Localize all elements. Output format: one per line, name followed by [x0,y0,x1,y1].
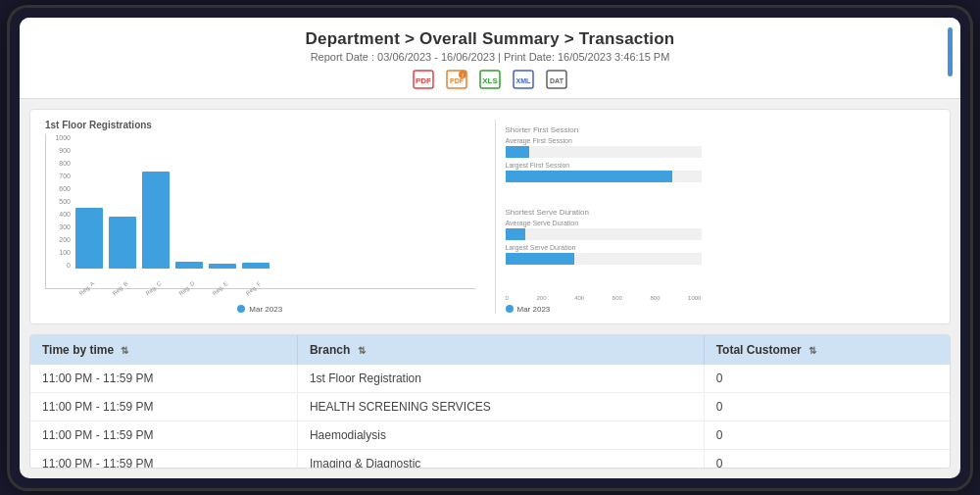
cell-total-1: 0 [704,365,950,393]
h-row-avg-serve: Average Serve Duration [506,220,936,240]
table-header-row: Time by time ⇅ Branch ⇅ Total Customer ⇅ [30,335,950,365]
sort-icon-branch[interactable]: ⇅ [358,345,366,356]
device-frame: Department > Overall Summary > Transacti… [10,8,970,488]
scrollbar[interactable] [948,27,953,76]
h-bar-track-3 [506,228,702,240]
h-legend-text: Mar 2023 [517,305,551,314]
h-legend-dot [506,305,514,313]
report-date: Report Date : 03/06/2023 - 16/06/2023 | … [20,51,960,63]
cell-total-4: 0 [704,449,950,469]
chart-area: 1st Floor Registrations 1000 900 800 700… [29,109,951,324]
dat-button[interactable]: DAT [544,69,569,90]
h-row-largest-first: Largest First Session [506,162,936,182]
bar-5 [209,264,236,268]
cell-time-3: 11:00 PM - 11:59 PM [30,421,297,449]
bar-chart: 1000 900 800 700 600 500 400 300 200 100… [45,134,475,289]
table-row: 11:00 PM - 11:59 PM Haemodialysis 0 [30,421,950,449]
h-section-label-2: Shortest Serve Duration [506,208,936,217]
pdf-button[interactable]: PDF [411,69,436,90]
header: Department > Overall Summary > Transacti… [20,18,960,99]
page-title: Department > Overall Summary > Transacti… [20,29,960,49]
table-row: 11:00 PM - 11:59 PM 1st Floor Registrati… [30,365,950,393]
h-bar-4 [506,253,574,265]
h-bar-track [506,146,702,158]
h-section-1: Shorter First Session Average First Sess… [506,125,936,186]
bar-1 [75,208,103,269]
h-section-label-1: Shorter First Session [506,125,936,134]
h-row-avg-first: Average First Session [506,137,936,158]
screen: Department > Overall Summary > Transacti… [20,18,960,478]
table-area: Time by time ⇅ Branch ⇅ Total Customer ⇅ [29,334,951,469]
h-bar-track-4 [506,253,702,265]
h-x-axis: 0 200 400 600 800 1000 [506,291,702,301]
y-axis: 1000 900 800 700 600 500 400 300 200 100… [46,134,74,269]
bar-4 [175,262,203,269]
cell-total-2: 0 [704,392,950,421]
toolbar-icons: PDF PDF ! XLS [20,69,960,90]
table-body: 11:00 PM - 11:59 PM 1st Floor Registrati… [30,365,950,469]
bar-2 [109,217,136,268]
h-chart-legend: Mar 2023 [506,305,936,314]
svg-text:XML: XML [516,77,532,84]
sort-icon-total[interactable]: ⇅ [808,345,816,356]
h-chart-section: Shorter First Session Average First Sess… [495,120,936,314]
excel-button[interactable]: XLS [477,69,503,90]
svg-text:XLS: XLS [482,76,498,85]
table-row: 11:00 PM - 11:59 PM Imaging & Diagnostic… [30,449,950,469]
h-bar-2 [506,171,672,182]
cell-total-3: 0 [704,421,950,449]
h-bar-3 [506,228,525,240]
legend-text: Mar 2023 [249,305,282,314]
col-time: Time by time ⇅ [30,335,297,365]
h-bar-track-2 [506,171,702,182]
bar-chart-container: 1000 900 800 700 600 500 400 300 200 100… [45,134,475,301]
cell-time-1: 11:00 PM - 11:59 PM [30,365,297,393]
cell-branch-3: Haemodialysis [297,421,704,449]
x-labels: Reg. A Reg. B Reg. C Reg. D Reg. E Reg. … [45,291,475,301]
legend-dot [237,305,245,313]
chart-title: 1st Floor Registrations [45,120,475,130]
cell-time-4: 11:00 PM - 11:59 PM [30,449,297,469]
h-section-2: Shortest Serve Duration Average Serve Du… [506,208,936,269]
cell-branch-1: 1st Floor Registration [297,365,704,393]
bar-6 [242,263,270,268]
bar-chart-legend: Mar 2023 [45,305,475,314]
data-table: Time by time ⇅ Branch ⇅ Total Customer ⇅ [30,335,950,469]
col-total: Total Customer ⇅ [704,335,950,365]
table-row: 11:00 PM - 11:59 PM HEALTH SCREENING SER… [30,392,950,421]
pdf2-button[interactable]: PDF ! [444,69,469,90]
sort-icon-time[interactable]: ⇅ [121,345,128,356]
cell-time-2: 11:00 PM - 11:59 PM [30,392,297,421]
svg-text:PDF: PDF [416,76,431,85]
bar-chart-section: 1st Floor Registrations 1000 900 800 700… [45,120,475,314]
xml-button[interactable]: XML [511,69,536,90]
svg-text:PDF: PDF [450,77,465,84]
h-bar [506,146,529,158]
cell-branch-2: HEALTH SCREENING SERVICES [297,392,704,421]
svg-text:DAT: DAT [550,77,564,84]
h-row-largest-serve: Largest Serve Duration [506,244,936,265]
cell-branch-4: Imaging & Diagnostic [297,449,704,469]
col-branch: Branch ⇅ [297,335,704,365]
bar-3 [142,172,170,269]
